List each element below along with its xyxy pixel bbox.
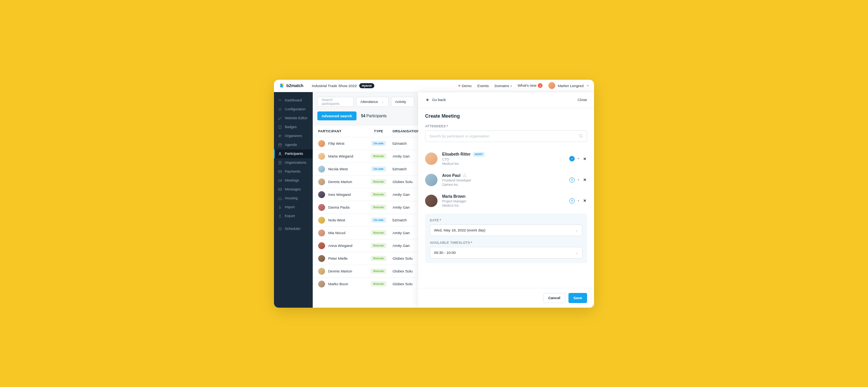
status-pending-icon[interactable]: ? bbox=[569, 198, 575, 204]
meet-icon bbox=[278, 178, 282, 183]
svg-point-5 bbox=[279, 152, 281, 154]
create-meeting-panel: Go back Close Create Meeting ATTENDEES* … bbox=[418, 92, 594, 308]
attendees-label: ATTENDEES* bbox=[425, 124, 587, 128]
sidebar-item-messages[interactable]: Messages bbox=[274, 185, 313, 194]
svg-rect-9 bbox=[278, 188, 281, 190]
status-confirmed-icon[interactable] bbox=[569, 156, 575, 161]
attendee-actions: ▾✕ bbox=[569, 156, 587, 161]
avatar bbox=[318, 178, 325, 185]
sidebar-item-participants[interactable]: Participants bbox=[274, 149, 313, 158]
panel-body: Create Meeting ATTENDEES* Elisabeth Ritt… bbox=[418, 108, 594, 288]
sidebar-item-label: Payments bbox=[285, 170, 300, 173]
attendee-org: Games Inc. bbox=[442, 183, 565, 187]
advanced-search-button[interactable]: Advanced search bbox=[317, 111, 356, 120]
svg-rect-8 bbox=[278, 180, 281, 182]
user-menu[interactable]: Marlen Lengred ▾ bbox=[548, 82, 589, 89]
participant-name: Anna Wiegand bbox=[328, 243, 352, 248]
user-icon bbox=[278, 152, 282, 156]
badge-icon bbox=[278, 125, 282, 129]
sidebar-item-organizations[interactable]: Organizations bbox=[274, 158, 313, 167]
type-badge: Remote bbox=[371, 269, 386, 274]
type-badge: On-site bbox=[371, 166, 386, 171]
logo-icon bbox=[279, 83, 285, 88]
panel-header: Go back Close bbox=[418, 92, 594, 108]
attendee-info: Elisabeth Ritter HOSTCTOMedicol Inc. bbox=[442, 152, 565, 166]
app-frame: b2match Industrial Trade Show 2022 Hybri… bbox=[274, 80, 594, 308]
avatar bbox=[548, 82, 555, 89]
participant-name: Marta Wiegand bbox=[328, 154, 353, 158]
save-button[interactable]: Save bbox=[568, 293, 587, 303]
svg-point-2 bbox=[279, 135, 280, 136]
participant-name: Dennis Marton bbox=[328, 269, 352, 273]
nav-whats-new[interactable]: What's new2 bbox=[518, 83, 543, 88]
activity-select[interactable]: Activity bbox=[391, 97, 414, 107]
type-badge: Remote bbox=[371, 230, 386, 235]
search-input[interactable]: Search participants bbox=[317, 97, 354, 107]
user-name: Marlen Lengred bbox=[558, 84, 584, 88]
go-back-button[interactable]: Go back bbox=[425, 98, 446, 102]
avatar bbox=[318, 268, 325, 275]
chevron-down-icon[interactable]: ▾ bbox=[578, 178, 579, 182]
edit-icon bbox=[278, 116, 282, 120]
sidebar-item-scheduler[interactable]: Scheduler bbox=[274, 224, 313, 233]
sidebar-item-housing[interactable]: Housing bbox=[274, 194, 313, 203]
chevron-down-icon: ⌄ bbox=[381, 100, 384, 104]
sidebar-item-dashboard[interactable]: Dashboard bbox=[274, 96, 313, 105]
nav-demo[interactable]: Demo bbox=[458, 84, 472, 88]
card-icon bbox=[278, 170, 282, 174]
go-back-label: Go back bbox=[432, 98, 446, 102]
sidebar-item-configuration[interactable]: Configuration bbox=[274, 105, 313, 114]
timeslot-select[interactable]: 09:30 - 10:00 ⌄ bbox=[430, 247, 582, 259]
remove-button[interactable]: ✕ bbox=[582, 157, 587, 161]
type-badge: Remote bbox=[371, 179, 386, 184]
dashboard-icon bbox=[278, 98, 282, 103]
sidebar-item-export[interactable]: Export bbox=[274, 212, 313, 221]
attendance-select[interactable]: Attendance ⌄ bbox=[356, 97, 389, 107]
sidebar-item-badges[interactable]: Badges bbox=[274, 123, 313, 132]
sidebar: DashboardConfigurationWebsite EditorBadg… bbox=[274, 92, 313, 308]
chevron-down-icon[interactable]: ▾ bbox=[578, 199, 579, 202]
participant-name: Mia Nicool bbox=[328, 231, 345, 235]
remove-button[interactable]: ✕ bbox=[582, 178, 587, 182]
participant-name: Nicola West bbox=[328, 167, 348, 171]
sidebar-item-label: Agenda bbox=[285, 143, 297, 147]
chevron-down-icon[interactable]: ▾ bbox=[578, 157, 579, 160]
panel-title: Create Meeting bbox=[425, 113, 587, 119]
remove-button[interactable]: ✕ bbox=[582, 199, 587, 203]
panel-footer: Cancel Save bbox=[418, 288, 594, 308]
logo[interactable]: b2match bbox=[279, 83, 303, 88]
sidebar-item-import[interactable]: Import bbox=[274, 203, 313, 212]
date-select[interactable]: Wed, May 18, 2022 (event day) ⌄ bbox=[430, 224, 582, 236]
attendance-select-label: Attendance bbox=[360, 100, 378, 104]
cancel-button[interactable]: Cancel bbox=[543, 293, 565, 303]
close-button[interactable]: Close bbox=[578, 98, 587, 102]
chevron-down-icon: ⌄ bbox=[575, 250, 578, 255]
attendee-search-input[interactable] bbox=[425, 130, 587, 142]
attendee-role: Frontend Developer bbox=[442, 178, 565, 182]
sidebar-item-payments[interactable]: Payments bbox=[274, 167, 313, 176]
sidebar-item-organizers[interactable]: Organizers bbox=[274, 132, 313, 140]
avatar bbox=[318, 153, 325, 160]
sidebar-item-meetings[interactable]: Meetings bbox=[274, 176, 313, 185]
sidebar-item-agenda[interactable]: Agenda bbox=[274, 140, 313, 149]
type-badge: Remote bbox=[371, 281, 386, 286]
mail-icon bbox=[278, 187, 282, 192]
svg-point-11 bbox=[579, 134, 582, 137]
timeslot-label: AVAILABLE TIMESLOTS* bbox=[430, 241, 582, 245]
nav-domains[interactable]: Domains▾ bbox=[494, 84, 512, 88]
avatar bbox=[425, 195, 437, 207]
sidebar-item-website-editor[interactable]: Website Editor bbox=[274, 114, 313, 123]
participant-count: 54 Participants bbox=[361, 114, 387, 118]
svg-rect-6 bbox=[279, 161, 281, 164]
status-dot-icon bbox=[458, 85, 460, 87]
attendee-name: Maria Brown bbox=[442, 194, 565, 199]
status-pending-icon[interactable]: ? bbox=[569, 177, 575, 183]
nav-events[interactable]: Events bbox=[477, 84, 489, 88]
chevron-down-icon: ▾ bbox=[587, 84, 589, 87]
attendee-row: Aron Paul Frontend DeveloperGames Inc.?▾… bbox=[425, 170, 587, 190]
nav-whats-new-label: What's new bbox=[518, 83, 537, 87]
type-badge: Remote bbox=[371, 192, 386, 197]
clock-icon bbox=[278, 227, 282, 231]
participant-name: Filip West bbox=[328, 141, 344, 146]
users-icon bbox=[278, 134, 282, 138]
